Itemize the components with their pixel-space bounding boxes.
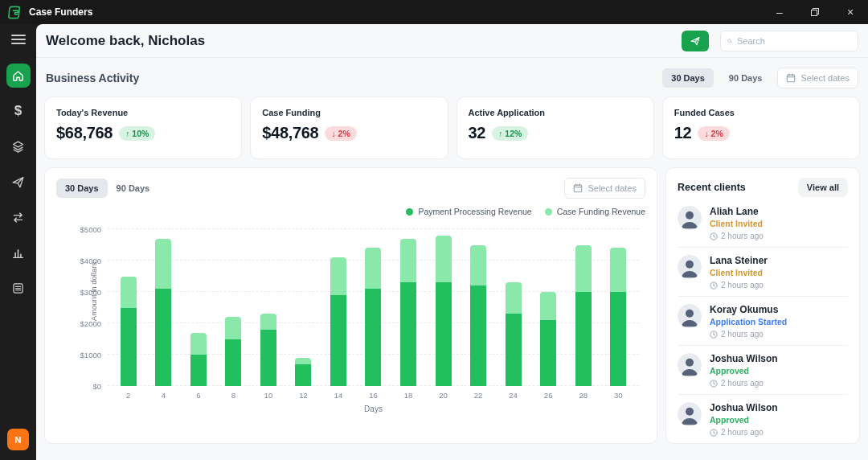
stacked-bar[interactable] [295,358,311,386]
stacked-bar[interactable] [365,248,381,386]
chart-range-30-days-button[interactable]: 30 Days [56,179,108,198]
title-bar: Case Funders – × [0,0,868,24]
x-tick-label: 22 [461,391,496,400]
range-30-days-button[interactable]: 30 Days [662,68,714,88]
delta-badge: ↑ 10% [119,126,155,141]
sidebar-item-cases[interactable] [6,134,31,158]
sidebar-item-transfers[interactable] [6,205,31,229]
delta-badge: ↓ 2% [698,126,729,141]
chart-bars [108,229,639,386]
user-avatar[interactable]: N [7,429,29,450]
client-status: Approved [710,366,778,376]
client-avatar [678,255,702,279]
app-logo-icon [7,5,23,20]
stat-card-case-funding: Case Funding $48,768 ↓ 2% [250,97,448,159]
client-list: Aliah Lane Client Invited 2 hours ago La… [678,199,848,444]
payment-segment [260,330,276,386]
maximize-button[interactable] [797,0,833,24]
stacked-bar[interactable] [330,257,346,386]
chart-area: Amount in dollars $0$1000$2000$3000$4000… [56,218,645,433]
page-title: Welcome back, Nicholas [46,33,205,49]
client-list-item[interactable]: Joshua Wilson Approved 2 hours ago [678,346,848,395]
client-status: Application Started [710,317,787,327]
sidebar: $ N [0,24,36,460]
client-list-item[interactable]: Koray Okumus Application Started 2 hours… [678,297,848,346]
x-axis-title: Days [108,405,639,413]
section-title: Business Activity [46,72,139,84]
payment-segment [365,289,381,386]
x-tick-label: 8 [216,391,252,400]
chart-select-dates-button[interactable]: Select dates [564,178,645,199]
select-dates-button[interactable]: Select dates [777,68,858,88]
x-tick-label: 18 [391,391,426,400]
client-list-item[interactable]: Lana Steiner Client Invited 2 hours ago [678,248,848,297]
range-90-days-button[interactable]: 90 Days [720,68,772,88]
menu-icon[interactable] [11,32,26,47]
client-name: Aliah Lane [710,206,764,217]
payment-segment [470,285,486,386]
stacked-bar[interactable] [470,245,486,387]
stats-row: Today's Revenue $68,768 ↑ 10% Case Fundi… [44,97,860,159]
minimize-button[interactable]: – [762,0,797,24]
stacked-bar[interactable] [155,239,171,386]
payment-segment [330,295,346,386]
stacked-bar[interactable] [436,236,452,386]
client-status: Client Invited [710,219,764,228]
legend-label: Case Funding Revenue [557,207,645,216]
stacked-bar[interactable] [190,333,207,386]
stacked-bar[interactable] [225,317,241,386]
sidebar-item-documents[interactable] [6,276,31,300]
stacked-bar[interactable] [610,248,626,386]
bar-chart-icon [11,246,25,260]
search-box[interactable] [720,31,858,51]
x-tick-label: 26 [530,391,566,400]
stat-card-funded-cases: Funded Cases 12 ↓ 2% [662,97,860,159]
client-time-text: 2 hours ago [721,379,764,388]
payment-segment [400,282,416,386]
sidebar-item-payments[interactable]: $ [6,99,31,123]
stat-value: $68,768 [56,124,113,142]
sidebar-item-send[interactable] [6,170,31,194]
quick-send-button[interactable] [682,31,709,51]
client-status: Approved [710,415,778,425]
payment-segment [225,339,241,387]
client-list-item[interactable]: Joshua Wilson Approved 2 hours ago [678,395,848,444]
recent-clients-title: Recent clients [678,182,746,193]
client-time-text: 2 hours ago [721,330,764,339]
client-status: Client Invited [710,268,768,277]
stacked-bar[interactable] [540,292,556,386]
sidebar-item-analytics[interactable] [6,240,31,265]
payment-segment [190,355,207,386]
client-name: Joshua Wilson [710,353,778,364]
client-time: 2 hours ago [710,281,768,290]
client-name: Joshua Wilson [710,402,778,413]
sidebar-item-home[interactable] [6,64,31,88]
client-time-text: 2 hours ago [721,428,764,437]
x-tick-label: 30 [600,391,636,400]
stacked-bar[interactable] [575,245,592,387]
stacked-bar[interactable] [506,282,522,386]
stat-value: 32 [469,124,486,142]
y-tick-label: $0 [64,382,101,391]
client-time: 2 hours ago [710,330,787,339]
chart-xticks: 24681012141618202224262830 [108,391,639,400]
close-button[interactable]: × [833,0,868,24]
stacked-bar[interactable] [260,314,276,386]
chart-range-90-days-button[interactable]: 90 Days [108,179,159,198]
stacked-bar[interactable] [400,239,416,386]
stacked-bar[interactable] [121,277,137,387]
document-icon [11,281,25,295]
payment-segment [155,289,171,386]
payment-segment [575,292,592,386]
view-all-button[interactable]: View all [798,178,848,197]
client-time: 2 hours ago [710,232,764,240]
business-activity-toolbar: Business Activity 30 Days 90 Days Select… [44,64,860,97]
select-dates-label: Select dates [588,183,637,193]
transfer-arrows-icon [11,211,25,224]
search-input[interactable] [737,36,851,46]
client-name: Koray Okumus [710,304,787,315]
recent-clients-panel: Recent clients View all Aliah Lane Clien… [665,167,860,444]
client-time: 2 hours ago [710,428,778,437]
client-list-item[interactable]: Aliah Lane Client Invited 2 hours ago [678,199,848,248]
x-tick-label: 12 [286,391,321,400]
